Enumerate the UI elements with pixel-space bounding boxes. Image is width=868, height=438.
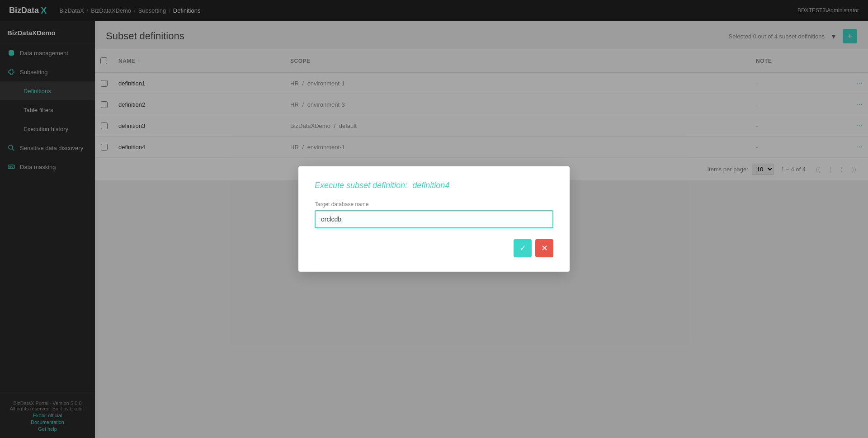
target-db-input[interactable] [315, 210, 553, 228]
modal-definition-name: definition4 [412, 181, 449, 190]
cancel-button[interactable]: ✕ [535, 239, 553, 257]
confirm-button[interactable]: ✓ [514, 239, 532, 257]
modal-title: Execute subset definition: definition4 [315, 181, 553, 190]
execute-modal: Execute subset definition: definition4 T… [298, 166, 570, 272]
modal-title-prefix: Execute subset definition: [315, 181, 407, 190]
modal-actions: ✓ ✕ [315, 239, 553, 257]
target-db-label: Target database name [315, 201, 553, 207]
modal-overlay[interactable]: Execute subset definition: definition4 T… [0, 0, 868, 438]
target-db-field: Target database name [315, 201, 553, 228]
